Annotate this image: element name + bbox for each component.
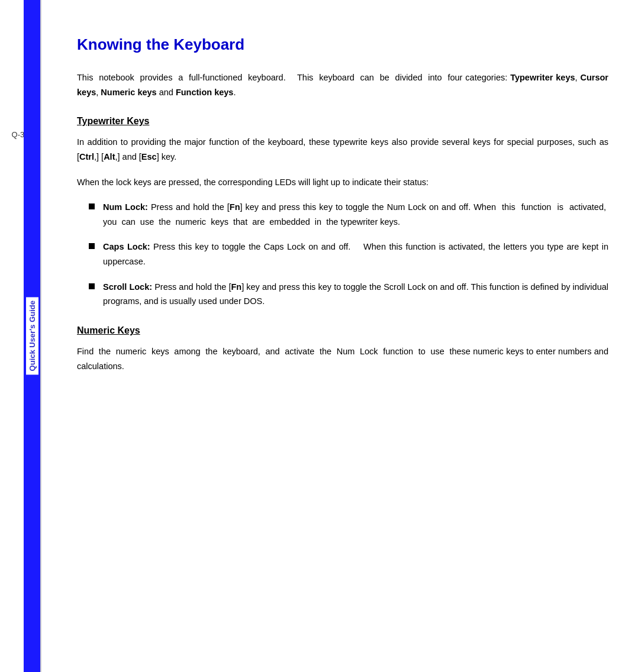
page-title: Knowing the Keyboard [77, 35, 608, 54]
function-keys-bold: Function keys [176, 88, 234, 97]
numeric-section: Numeric Keys Find the numeric keys among… [77, 325, 608, 373]
intro-paragraph: This notebook provides a full-functioned… [77, 70, 608, 99]
list-item-capslock: Caps Lock: Press this key to toggle the … [89, 240, 608, 269]
scrolllock-text: Scroll Lock: Press and hold the [Fn] key… [103, 280, 608, 309]
esc-bold: Esc [141, 152, 157, 161]
bullet-list: Num Lock: Press and hold the [Fn] key an… [89, 200, 608, 309]
list-item-scrolllock: Scroll Lock: Press and hold the [Fn] key… [89, 280, 608, 309]
capslock-text: Caps Lock: Press this key to toggle the … [103, 240, 608, 269]
typewriter-paragraph2: When the lock keys are pressed, the corr… [77, 175, 608, 190]
vertical-label: Quick User's Guide [26, 297, 38, 374]
numeric-heading: Numeric Keys [77, 325, 608, 336]
alt-bold: Alt [104, 152, 115, 161]
fn-bold-1: Fn [230, 202, 240, 212]
bullet-icon [89, 243, 95, 249]
scrolllock-term: Scroll Lock: [103, 282, 152, 292]
fn-bold-2: Fn [231, 282, 241, 292]
numeric-keys-bold: Numeric keys [101, 88, 156, 97]
typewriter-heading: Typewriter Keys [77, 116, 608, 127]
typewriter-section: Typewriter Keys In addition to providing… [77, 116, 608, 309]
bullet-icon [89, 203, 95, 209]
list-item-numlock: Num Lock: Press and hold the [Fn] key an… [89, 200, 608, 229]
left-sidebar: Q-35 Quick User's Guide [0, 0, 41, 672]
bullet-icon [89, 283, 95, 289]
ctrl-bold: Ctrl [79, 152, 94, 161]
typewriter-keys-bold: Typewriter keys [510, 73, 575, 82]
typewriter-paragraph1: In addition to providing the major funct… [77, 135, 608, 164]
numlock-text: Num Lock: Press and hold the [Fn] key an… [103, 200, 608, 229]
main-content: Knowing the Keyboard This notebook provi… [41, 0, 638, 672]
numeric-paragraph: Find the numeric keys among the keyboard… [77, 344, 608, 373]
vertical-label-container: Quick User's Guide [24, 0, 40, 672]
numlock-term: Num Lock: [103, 202, 148, 212]
capslock-term: Caps Lock: [103, 242, 150, 251]
